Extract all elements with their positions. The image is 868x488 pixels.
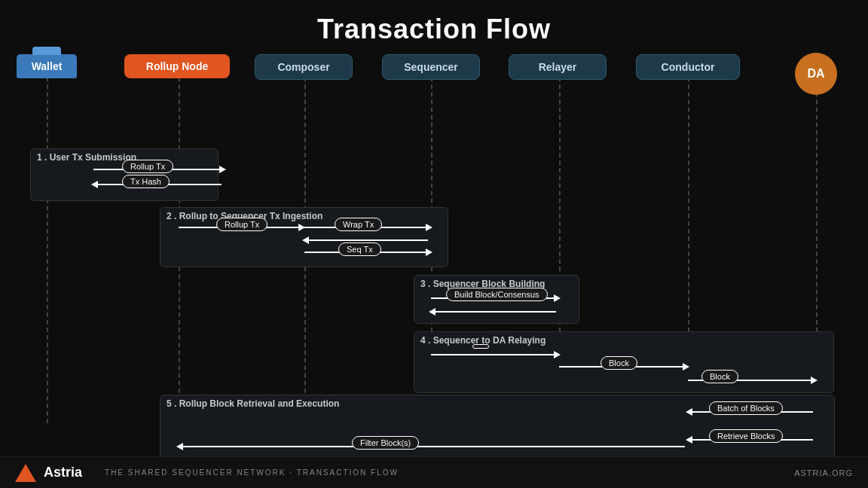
actor-sequencer: Sequencer [382, 54, 480, 80]
msg-filtered-blocks: Filter Block(s) [352, 436, 419, 450]
actor-da: DA [795, 53, 837, 95]
msg-tx-hash: Tx Hash [122, 175, 170, 188]
section-5-label: 5 . Rollup Block Retrieval and Execution [167, 398, 339, 409]
msg-rollup-tx: Rollup Tx [122, 160, 173, 173]
footer-logo: Astria [15, 464, 82, 482]
section-1: 1 . User Tx Submission [30, 148, 219, 201]
msg-seq-tx: Seq Tx [338, 242, 381, 256]
footer-brand: Astria [44, 465, 82, 480]
msg-wrap-tx: Wrap Tx [335, 218, 382, 231]
msg-block-1 [472, 344, 489, 349]
actor-rollup: Rollup Node [124, 54, 230, 78]
msg-block-2: Block [601, 356, 637, 370]
section-1-label: 1 . User Tx Submission [37, 152, 136, 163]
page-title: Transaction Flow [0, 0, 868, 53]
actor-conductor: Conductor [636, 54, 740, 80]
footer: Astria THE SHARED SEQUENCER NETWORK · TR… [0, 456, 868, 488]
msg-retrieve-blocks: Batch of Blocks [709, 401, 783, 415]
msg-build-block: Build Block/Consensus [446, 288, 548, 301]
msg-filter-blocks: Retrieve Blocks [709, 429, 783, 443]
actor-wallet: Wallet [17, 54, 77, 78]
footer-tagline: THE SHARED SEQUENCER NETWORK · TRANSACTI… [105, 468, 399, 477]
footer-url: ASTRIA.ORG [794, 468, 853, 477]
vline-wallet [47, 54, 48, 423]
msg-rollup-tx-2: Rollup Tx [216, 218, 267, 231]
actor-composer: Composer [255, 54, 353, 80]
actor-relayer: Relayer [509, 54, 607, 80]
astria-triangle-icon [15, 464, 36, 482]
msg-batch-blocks: Block [701, 370, 738, 383]
diagram: Wallet Rollup Node Composer Sequencer Re… [0, 54, 868, 423]
